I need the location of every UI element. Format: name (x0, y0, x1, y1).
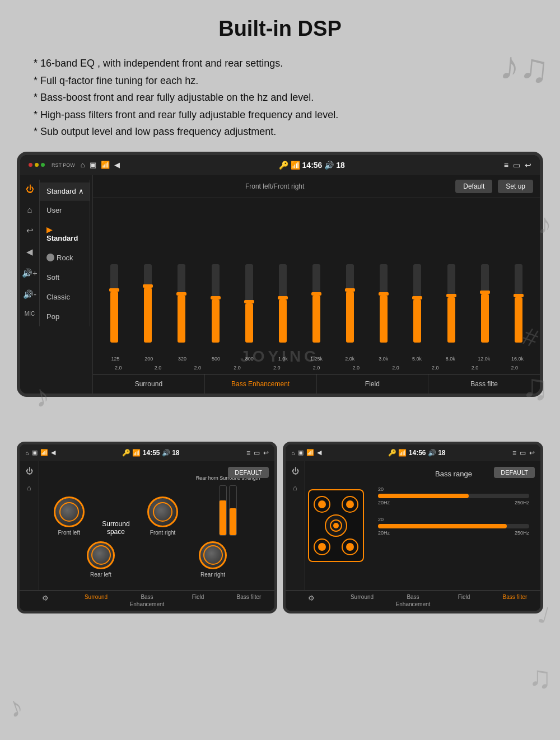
eq-handle-5[interactable] (278, 296, 288, 299)
field-btn[interactable]: Field (317, 374, 429, 394)
speaker-fr-inner (346, 500, 354, 508)
home-icon: ⌂ (81, 161, 85, 169)
bl-tab-bass[interactable]: Bass Enhancement (122, 591, 172, 611)
eq-menu-header[interactable]: Standard ∧ (40, 182, 90, 200)
br-default-btn[interactable]: DEFAULT (494, 467, 535, 478)
eq-freq-5: 1.0k (266, 356, 300, 362)
br-tab-bass-label2: Enhancement (396, 601, 431, 607)
eq-bar-5[interactable] (267, 264, 298, 354)
eq-preset-user[interactable]: User (40, 200, 90, 220)
br-tab-bass[interactable]: Bass Enhancement (388, 591, 438, 611)
br-tab-surround[interactable]: Surround (337, 591, 388, 611)
vol-down-icon[interactable]: 🔊- (23, 289, 36, 299)
eq-handle-12[interactable] (514, 294, 524, 297)
bl-back-icon[interactable]: ↩ (263, 449, 269, 457)
eq-handle-4[interactable] (244, 300, 254, 303)
br-power-icon[interactable]: ⏻ (292, 467, 299, 475)
eq-bar-9[interactable] (402, 264, 433, 354)
vol-up-icon[interactable]: 🔊+ (22, 268, 38, 278)
rear-right-knob-inner (203, 545, 223, 565)
bl-tab-surround[interactable]: Surround (71, 591, 122, 611)
eq-value-1: 2.0 (138, 365, 178, 371)
eq-preset-rock[interactable]: Rock (40, 248, 90, 268)
eq-handle-10[interactable] (446, 294, 456, 297)
bl-tab-eq[interactable]: ⚙ (20, 591, 71, 611)
nav-sidebar-icon[interactable]: ◀ (26, 247, 33, 257)
eq-freq-labels: 1252003205008001.0k1.25k2.0k3.0k5.0k8.0k… (93, 354, 540, 364)
eq-bar-10[interactable] (436, 264, 467, 354)
bl-menu-icon[interactable]: ≡ (246, 449, 250, 457)
bl-power-icon[interactable]: ⏻ (26, 467, 33, 475)
eq-handle-6[interactable] (311, 292, 321, 296)
eq-fill-10 (447, 297, 455, 343)
surround-space-label: Surround (102, 520, 129, 528)
rear-right-knob[interactable] (199, 541, 227, 569)
nav-icon: ◀ (114, 161, 120, 169)
front-right-knob[interactable] (147, 497, 178, 527)
eq-bar-12[interactable] (503, 264, 534, 354)
bl-tab-bassfilter[interactable]: Bass filter (223, 591, 274, 611)
eq-preset-standard[interactable]: Standard (40, 220, 90, 248)
rst-pow-label: RST POW (52, 162, 75, 168)
home-sidebar-icon[interactable]: ⌂ (27, 205, 32, 214)
eq-bar-3[interactable] (199, 264, 231, 354)
feature-5: * Sub output level and low pass frequenc… (34, 123, 526, 140)
bl-home-sb-icon[interactable]: ⌂ (27, 484, 31, 492)
chevron-up-icon: ∧ (78, 187, 84, 195)
eq-bar-4[interactable] (234, 264, 265, 354)
bl-sidebar: ⏻ ⌂ (20, 461, 39, 590)
bass-enhancement-btn[interactable]: Bass Enhancement (205, 374, 317, 394)
eq-bar-11[interactable] (469, 264, 501, 354)
eq-freq-4: 800 (232, 356, 266, 362)
eq-bar-7[interactable] (334, 264, 366, 354)
speaker-fl (314, 496, 330, 513)
eq-bar-2[interactable] (166, 264, 197, 354)
eq-bar-6[interactable] (301, 264, 332, 354)
volume-icon: 🔊 (324, 161, 334, 170)
bl-default-btn[interactable]: DEFAULT (228, 467, 269, 478)
slider1-min: 20 (378, 486, 384, 492)
eq-handle-11[interactable] (480, 291, 490, 294)
br-menu-icon[interactable]: ≡ (512, 449, 516, 457)
br-tab-bassfilter[interactable]: Bass filter (489, 591, 540, 611)
eq-bar-0[interactable] (99, 264, 130, 354)
eq-handle-2[interactable] (176, 292, 186, 296)
bl-vol-val: 18 (172, 449, 179, 457)
feature-3: * Bass-boost front and rear fully adjust… (34, 89, 526, 106)
default-button[interactable]: Default (455, 180, 492, 193)
eq-preset-soft[interactable]: Soft (40, 268, 90, 287)
eq-handle-1[interactable] (143, 284, 153, 288)
br-back-icon[interactable]: ↩ (529, 449, 535, 457)
back-sidebar-icon[interactable]: ↩ (26, 226, 34, 236)
eq-preset-classic[interactable]: Classic (40, 287, 90, 307)
eq-preset-pop[interactable]: Pop (40, 307, 90, 326)
br-home-sb-icon[interactable]: ⌂ (293, 484, 297, 492)
eq-handle-9[interactable] (412, 296, 422, 299)
br-tab-eq[interactable]: ⚙ (286, 591, 337, 611)
eq-bar-8[interactable] (368, 264, 399, 354)
bl-vol-icon: 🔊 (162, 449, 170, 457)
eq-handle-7[interactable] (345, 288, 355, 292)
eq-handle-3[interactable] (211, 296, 221, 299)
back-icon[interactable]: ↩ (525, 161, 531, 170)
br-tab-field[interactable]: Field (438, 591, 489, 611)
eq-handle-8[interactable] (379, 292, 389, 296)
bl-tab-field[interactable]: Field (172, 591, 223, 611)
bl-window-icon[interactable]: ▭ (254, 449, 260, 457)
window-icon[interactable]: ▭ (513, 161, 520, 170)
menu-icon[interactable]: ≡ (504, 161, 508, 170)
slider2-track[interactable] (378, 524, 529, 528)
power-icon[interactable]: ⏻ (26, 184, 34, 194)
eq-bar-1[interactable] (132, 264, 164, 354)
slider1-track[interactable] (378, 494, 529, 498)
mic-icon: MIC (25, 311, 35, 317)
br-window-icon[interactable]: ▭ (520, 449, 526, 457)
front-left-knob[interactable] (54, 497, 85, 527)
bass-filter-btn[interactable]: Bass filte (428, 374, 540, 394)
setup-button[interactable]: Set up (498, 180, 533, 193)
slider2-hz-min: 20Hz (378, 530, 390, 536)
surround-btn[interactable]: Surround (93, 374, 205, 394)
rear-left-knob[interactable] (87, 541, 115, 569)
slider2-min: 20 (378, 517, 384, 522)
eq-handle-0[interactable] (109, 288, 119, 292)
